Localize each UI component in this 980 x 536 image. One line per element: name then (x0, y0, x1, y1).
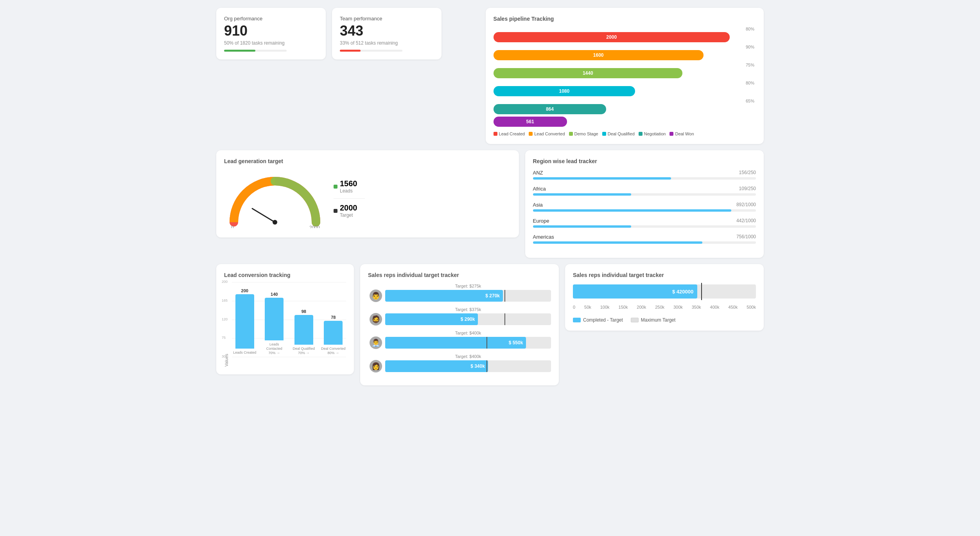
team-perf-subtitle: 33% of 512 tasks remaining (340, 40, 434, 46)
region-row: Asia 892/1000 (533, 202, 756, 212)
pipeline-title: Sales pipeline Tracking (494, 16, 756, 22)
bottom-legend-color (631, 318, 639, 322)
rep-target-line (504, 313, 505, 325)
bar-pct: 70% → (298, 351, 310, 355)
x-axis-label: 500k (747, 305, 756, 309)
legend-label: Negotiation (644, 131, 666, 136)
pipeline-bar-row: 80%2000 (494, 27, 756, 42)
region-bar-fill (533, 241, 703, 244)
bar-col: 200 Leads Created (232, 288, 258, 355)
region-value: 156/250 (739, 170, 756, 176)
bottom-legend: Completed - TargetMaximum Target (573, 317, 756, 323)
team-perf-progress-bar (340, 50, 361, 52)
bottom-legend-item: Completed - Target (573, 317, 623, 323)
x-axis-label: 400k (710, 305, 720, 309)
bottom-legend-label: Completed - Target (583, 317, 623, 323)
gauge-target-dot (334, 209, 337, 213)
x-axis-label: 350k (692, 305, 701, 309)
x-axis-label: 250k (655, 305, 664, 309)
region-row-header: Europe 442/1000 (533, 218, 756, 225)
region-name: Europe (533, 218, 549, 224)
bar-pct: 70% → (268, 351, 280, 355)
rep-row-wrap: $ 290k 🧔 (368, 313, 551, 325)
legend-color-dot (569, 132, 573, 136)
x-axis-label: 100k (600, 305, 610, 309)
gauge-target-value: 2000 (340, 203, 357, 212)
legend-color-dot (602, 132, 606, 136)
pipeline-bar-pct: 80% (494, 81, 756, 85)
bottom-legend-item: Maximum Target (631, 317, 675, 323)
rep-bar-fill: $ 290k (385, 313, 478, 325)
rep-row-wrap: $ 340k 👩 (368, 360, 551, 372)
rep-bar-container: $ 550k 👨‍💼 (385, 337, 551, 349)
region-value: 109/250 (739, 186, 756, 192)
region-name: Americas (533, 234, 554, 240)
team-perf-title: Team performance (340, 16, 434, 22)
region-tracker-card: Region wise lead tracker ANZ 156/250 Afr… (525, 150, 764, 258)
horiz-bar-bg: $ 420000 (573, 284, 756, 299)
region-value: 756/1000 (736, 234, 756, 241)
sales-reps-card: Sales reps individual target tracker Tar… (360, 264, 559, 385)
bar-rect (294, 315, 313, 345)
bar-col: 140 Leads Contacted 70% → (262, 288, 287, 355)
region-name: ANZ (533, 170, 543, 176)
bar-pct: 80% → (327, 351, 339, 355)
svg-line-0 (252, 209, 275, 222)
region-row-header: Americas 756/1000 (533, 234, 756, 241)
bar-rect (235, 294, 254, 349)
legend-item: Deal Qualified (602, 131, 635, 136)
lead-gen-card: Lead generation target 0 2000 (216, 150, 519, 237)
rep-target-line (504, 290, 505, 302)
region-row: Americas 756/1000 (533, 234, 756, 244)
x-axis-label: 50k (584, 305, 591, 309)
legend-color-dot (669, 132, 673, 136)
horiz-bar-value: $ 420000 (672, 289, 693, 295)
legend-item: Negotiation (639, 131, 666, 136)
rep-bar-fill: $ 270k (385, 290, 503, 302)
row-3: Lead conversion tracking Values 30 75 12… (216, 264, 764, 385)
rep-avatar: 🧔 (370, 313, 382, 326)
row-2: Lead generation target 0 2000 (216, 150, 764, 258)
rep-avatar: 👩 (370, 360, 382, 372)
pipeline-bar-row: 80%1080 (494, 81, 756, 96)
region-bar-wrap (533, 209, 756, 212)
pipeline-bar-pct: 80% (494, 27, 756, 31)
x-axis-label: 150k (619, 305, 628, 309)
sales-reps-right-card: Sales reps individual target tracker $ 4… (565, 264, 764, 331)
bar-bottom-label: Leads Contacted (262, 342, 287, 351)
pipeline-bar-fill: 1080 (494, 86, 635, 96)
x-axis-label: 450k (728, 305, 738, 309)
region-row-header: Africa 109/250 (533, 186, 756, 193)
pipeline-bars: 80%200090%160075%144080%108065%864561 (494, 27, 756, 127)
legend-item: Deal Won (669, 131, 694, 136)
region-row: Europe 442/1000 (533, 218, 756, 228)
bar-chart: 200 Leads Created 140 Leads Contacted 70… (232, 288, 346, 367)
x-axis-labels: 050k100k150k200k250k300k350k400k450k500k (573, 305, 756, 309)
pipeline-bar-row: 90%1600 (494, 45, 756, 60)
legend-label: Deal Qualified (608, 131, 635, 136)
region-row: ANZ 156/250 (533, 170, 756, 180)
org-perf-progress-bar (224, 50, 255, 52)
sales-reps-right-title: Sales reps individual target tracker (573, 272, 756, 278)
org-perf-value: 910 (224, 23, 318, 39)
pipeline-bar-fill: 561 (494, 117, 567, 127)
sales-reps-title: Sales reps individual target tracker (368, 272, 551, 278)
pipeline-bar-fill: 2000 (494, 32, 730, 42)
region-value: 442/1000 (736, 218, 756, 225)
rep-target-label: Target: $400k (385, 354, 551, 359)
bar-col: 78 Deal Converted 80% → (321, 288, 346, 355)
org-performance-card: Org performance 910 50% of 1820 tasks re… (216, 8, 326, 59)
legend-item: Lead Converted (529, 131, 565, 136)
region-title: Region wise lead tracker (533, 158, 756, 164)
rep-target-label: Target: $400k (385, 331, 551, 335)
rep-row: Target: $400k $ 340k 👩 (368, 354, 551, 372)
legend-color-dot (639, 132, 643, 136)
gauge-target-label: Target (340, 212, 357, 218)
bar-top-label: 140 (271, 292, 278, 297)
lead-conv-card: Lead conversion tracking Values 30 75 12… (216, 264, 354, 374)
bar-rect (324, 321, 343, 345)
legend-color-dot (529, 132, 533, 136)
legend-color-dot (494, 132, 497, 136)
legend-label: Deal Won (675, 131, 694, 136)
x-axis-label: 300k (673, 305, 683, 309)
